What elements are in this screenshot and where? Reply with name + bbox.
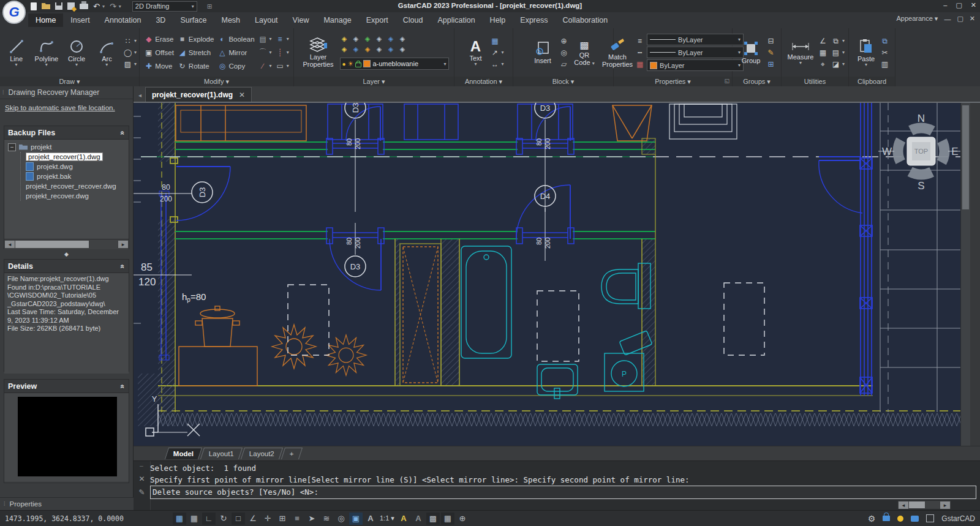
clean-screen-icon[interactable]: ⊕ bbox=[456, 513, 469, 525]
scroll-right-icon[interactable]: ▸ bbox=[940, 502, 950, 509]
tab-new-layout[interactable]: + bbox=[281, 448, 303, 459]
tree-root-folder[interactable]: – projekt bbox=[8, 142, 129, 152]
canvas-vscrollbar[interactable] bbox=[960, 103, 971, 446]
undo-icon[interactable]: ↶ bbox=[93, 2, 100, 10]
tree-item[interactable]: projekt.dwg bbox=[26, 162, 129, 171]
layer-freeze-icon[interactable]: ◈ bbox=[375, 35, 384, 45]
layer-lock-icon[interactable]: ◈ bbox=[363, 45, 372, 56]
doc-close-button[interactable]: ✕ bbox=[970, 15, 975, 23]
layer-select-combo[interactable]: ● ☀ a-umeblowanie ▾ bbox=[340, 58, 449, 70]
tab-annotation[interactable]: Annotation bbox=[97, 13, 149, 27]
fullscreen-icon[interactable] bbox=[926, 514, 934, 522]
text-button[interactable]: A Text▾ bbox=[463, 39, 488, 66]
angle-snap-icon[interactable]: ∠ bbox=[246, 513, 260, 525]
match-properties-button[interactable]: Match Properties bbox=[602, 37, 633, 68]
polyline-button[interactable]: Polyline▾ bbox=[32, 39, 60, 66]
tab-export[interactable]: Export bbox=[359, 13, 396, 27]
redo-icon[interactable]: ↷ bbox=[110, 2, 116, 10]
tree-item[interactable]: projekt.bak bbox=[26, 171, 129, 181]
save-as-icon[interactable] bbox=[67, 2, 75, 10]
define-attribute-icon[interactable]: ⊕ bbox=[559, 37, 568, 45]
tab-home[interactable]: Home bbox=[28, 13, 63, 27]
paste-special-icon[interactable]: ▤ bbox=[831, 48, 840, 57]
linetype-combo[interactable]: ByLayer▾ bbox=[647, 34, 744, 45]
tab-scroll-left-icon[interactable]: ◂ bbox=[134, 92, 145, 102]
scroll-right-icon[interactable]: ▸ bbox=[118, 241, 128, 248]
tab-layout1[interactable]: Layout1 bbox=[200, 448, 243, 459]
layer-thaw-icon[interactable]: ◈ bbox=[340, 45, 349, 56]
workspace-select[interactable]: 2D Drafting ▾ bbox=[132, 1, 197, 12]
switch-windows-icon[interactable]: ▣ bbox=[349, 513, 363, 525]
scroll-thumb[interactable] bbox=[962, 105, 969, 209]
layer-current-icon[interactable]: ◈ bbox=[375, 45, 384, 56]
mirror-button[interactable]: △Mirror bbox=[217, 48, 254, 58]
panel-label-block[interactable]: Block ▾ bbox=[513, 77, 613, 86]
tab-layout[interactable]: Layout bbox=[247, 13, 285, 27]
grip-icon[interactable]: ⁞ bbox=[2, 89, 5, 96]
panel-label-properties[interactable]: Properties ▾◱ bbox=[614, 77, 732, 86]
tips-bulb-icon[interactable] bbox=[897, 516, 903, 522]
panel-label-draw[interactable]: Draw ▾ bbox=[0, 77, 139, 86]
copy-clip-icon[interactable]: ⧉ bbox=[880, 37, 889, 45]
line-button[interactable]: Line▾ bbox=[2, 39, 30, 66]
scroll-left-icon[interactable]: ◂ bbox=[899, 502, 908, 509]
dynamic-ucs-icon[interactable]: ⊞ bbox=[276, 513, 289, 525]
panel-label-utilities[interactable]: Utilities bbox=[782, 77, 848, 86]
annotation-scale-icon[interactable]: A bbox=[364, 513, 377, 525]
panel-label-modify[interactable]: Modify ▾ bbox=[140, 77, 293, 86]
object-snap-icon[interactable]: □ bbox=[232, 513, 245, 525]
properties-collapsed-bar[interactable]: ⁞ Properties bbox=[0, 497, 134, 510]
tab-insert[interactable]: Insert bbox=[63, 13, 97, 27]
point-tools-icon[interactable]: ∷ bbox=[123, 37, 132, 45]
group-button[interactable]: Group bbox=[738, 40, 764, 64]
layer-off-icon[interactable]: ◈ bbox=[340, 35, 349, 45]
linetype-list-icon[interactable]: ┅ bbox=[635, 48, 644, 57]
settings-gear-icon[interactable]: ⚙ bbox=[868, 514, 876, 524]
collapse-icon[interactable]: « bbox=[119, 384, 127, 388]
circle-button[interactable]: Circle▾ bbox=[63, 39, 91, 66]
dimension-icon[interactable]: ↔ bbox=[490, 60, 499, 69]
grid-toggle-icon[interactable]: ▦ bbox=[187, 513, 201, 525]
layer-match-icon[interactable]: ◈ bbox=[352, 45, 361, 56]
layer-isolate-icon[interactable]: ◈ bbox=[352, 35, 361, 45]
ui-lock-icon[interactable] bbox=[883, 516, 890, 521]
close-tab-icon[interactable]: ✕ bbox=[239, 91, 245, 99]
measure-button[interactable]: Measure▾ bbox=[785, 40, 816, 64]
table-icon[interactable]: ▦ bbox=[490, 37, 499, 45]
scale-select[interactable]: 1:1 ▾ bbox=[380, 514, 394, 522]
scroll-thumb[interactable] bbox=[15, 241, 89, 248]
zoom-icon[interactable]: ◎ bbox=[334, 513, 348, 525]
offset-button[interactable]: ▣Offset bbox=[144, 48, 173, 58]
cut-icon[interactable]: ✂ bbox=[880, 48, 889, 57]
panel-splitter[interactable]: ◆ bbox=[0, 250, 133, 258]
tab-collaboration[interactable]: Collaboration bbox=[555, 13, 615, 27]
tab-manage[interactable]: Manage bbox=[316, 13, 358, 27]
skip-autosave-link[interactable]: Skip to automatic save file location. bbox=[5, 104, 115, 111]
preview-header[interactable]: Preview « bbox=[4, 380, 129, 393]
trim-dropdown[interactable]: ∕▾ bbox=[258, 61, 272, 71]
dialog-launcher-icon[interactable]: ◱ bbox=[724, 76, 729, 86]
tab-layout2[interactable]: Layout2 bbox=[241, 448, 283, 459]
tab-surface[interactable]: Surface bbox=[173, 13, 214, 27]
tree-item-selected[interactable]: projekt_recover(1).dwg bbox=[26, 152, 129, 162]
layer-walk-icon[interactable]: ◈ bbox=[398, 35, 407, 45]
save-icon[interactable] bbox=[55, 2, 62, 10]
minimize-button[interactable]: – bbox=[943, 1, 947, 9]
ortho-toggle-icon[interactable]: ∟ bbox=[202, 513, 216, 525]
layer-unlock-icon[interactable]: ◈ bbox=[363, 35, 372, 45]
doc-restore-button[interactable]: ▢ bbox=[957, 15, 963, 23]
lineweight-toggle-icon[interactable]: ≡ bbox=[290, 513, 304, 525]
lineweight-combo[interactable]: ByLayer▾ bbox=[647, 47, 744, 58]
horizontal-scrollbar[interactable]: ◂ ▸ bbox=[4, 239, 129, 249]
ungroup-icon[interactable]: ⊟ bbox=[766, 37, 775, 45]
isolate-objects-icon[interactable]: ≋ bbox=[320, 513, 333, 525]
command-hscrollbar[interactable]: ◂ ▸ bbox=[898, 501, 951, 509]
snap-toggle-icon[interactable]: ▦ bbox=[173, 513, 186, 525]
align-dropdown[interactable]: ≡▾ bbox=[276, 34, 289, 44]
tab-help[interactable]: Help bbox=[483, 13, 513, 27]
move-button[interactable]: ✚Move bbox=[144, 61, 173, 71]
polar-tracking-icon[interactable]: ↻ bbox=[217, 513, 230, 525]
color-combo[interactable]: ByLayer▾ bbox=[647, 59, 744, 71]
panel-label-clipboard[interactable]: Clipboard bbox=[849, 77, 895, 86]
panel-label-annotation[interactable]: Annotation ▾ bbox=[454, 77, 513, 86]
